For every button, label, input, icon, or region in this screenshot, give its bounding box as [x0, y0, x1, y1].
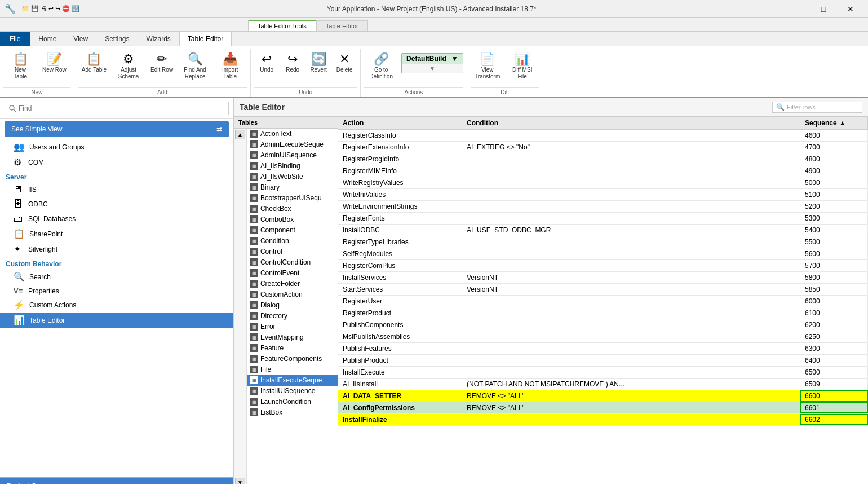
table-row[interactable]: PublishFeatures 6300: [338, 343, 868, 355]
table-list-item[interactable]: ▦CheckBox: [247, 204, 338, 214]
redo-button[interactable]: ↪ Redo: [280, 51, 305, 76]
table-list-item[interactable]: ▦FeatureComponents: [247, 354, 338, 364]
table-list-item[interactable]: ▦CreateFolder: [247, 279, 338, 289]
sidebar-item-users-groups[interactable]: 👥 Users and Groups: [0, 139, 233, 155]
table-list-item[interactable]: ▦AdminUISequence: [247, 150, 338, 161]
table-list-item[interactable]: ▦AI_IIsWebSite: [247, 171, 338, 182]
new-table-button[interactable]: 📋 New Table: [3, 51, 37, 82]
sidebar-item-properties[interactable]: V= Properties: [0, 284, 233, 297]
table-list-item[interactable]: ▦ActionText: [247, 129, 338, 139]
sidebar-item-table-editor[interactable]: 📊 Table Editor: [0, 313, 233, 328]
adjust-schema-button[interactable]: ⚙ Adjust Schema: [112, 51, 145, 82]
table-row-highlight-3[interactable]: InstallFinalize 6602: [338, 414, 868, 426]
ribbon-tab-home[interactable]: Home: [30, 32, 65, 46]
table-list-item[interactable]: ▦BootstrapperUISequ: [247, 193, 338, 204]
table-row-highlight-1[interactable]: AI_DATA_SETTER REMOVE <> "ALL" 6600: [338, 390, 868, 402]
scroll-down-button[interactable]: ▼: [235, 478, 245, 484]
table-list-item[interactable]: ▦Directory: [247, 311, 338, 322]
table-list-item[interactable]: ▦File: [247, 364, 338, 375]
table-list-item[interactable]: ▦ListBox: [247, 407, 338, 418]
table-row[interactable]: PublishProduct 6400: [338, 355, 868, 367]
table-row[interactable]: WriteRegistryValues 5000: [338, 177, 868, 189]
import-table-button[interactable]: 📥 Import Table: [213, 51, 247, 82]
simple-view-button[interactable]: See Simple View ⇄: [5, 121, 229, 137]
table-row[interactable]: RegisterExtensionInfo AI_EXTREG <> "No" …: [338, 142, 868, 153]
table-row[interactable]: InstallODBC AI_USE_STD_ODBC_MGR 5400: [338, 225, 868, 236]
table-row[interactable]: PublishComponents 6200: [338, 319, 868, 331]
sidebar-item-custom-actions[interactable]: ⚡ Custom Actions: [0, 297, 233, 313]
column-header-sequence[interactable]: Sequence ▲: [800, 117, 868, 129]
table-row[interactable]: InstallServices VersionNT 5800: [338, 272, 868, 284]
table-row[interactable]: StartServices VersionNT 5850: [338, 284, 868, 296]
find-replace-button[interactable]: 🔍 Find And Replace: [178, 51, 212, 82]
table-list-item[interactable]: ▦ControlCondition: [247, 257, 338, 268]
table-list-item-selected[interactable]: ▦InstallExecuteSeque: [247, 375, 338, 386]
edit-row-button[interactable]: ✏ Edit Row: [147, 51, 177, 76]
delete-button[interactable]: ✕ Delete: [332, 51, 357, 76]
scroll-up-button[interactable]: ▲: [235, 130, 245, 139]
table-list-item[interactable]: ▦AdminExecuteSeque: [247, 139, 338, 150]
project-summary-panel[interactable]: Project Summary: [0, 477, 233, 484]
revert-button[interactable]: 🔄 Revert: [306, 51, 331, 76]
table-row[interactable]: RegisterUser 6000: [338, 296, 868, 307]
new-row-button[interactable]: 📝 New Row: [38, 51, 70, 76]
close-button[interactable]: ✕: [838, 0, 863, 18]
table-row[interactable]: RegisterTypeLibraries 5500: [338, 236, 868, 248]
table-row[interactable]: RegisterMIMEInfo 4900: [338, 165, 868, 177]
table-list-item[interactable]: ▦EventMapping: [247, 332, 338, 343]
undo-button[interactable]: ↩ Undo: [254, 51, 279, 76]
table-list-item[interactable]: ▦CustomAction: [247, 289, 338, 300]
table-list-item[interactable]: ▦Condition: [247, 236, 338, 247]
sidebar-item-sharepoint[interactable]: 📋 SharePoint: [0, 226, 233, 241]
sidebar-item-silverlight[interactable]: ✦ Silverlight: [0, 241, 233, 257]
ribbon-tab-wizards[interactable]: Wizards: [138, 32, 179, 46]
column-header-action[interactable]: Action: [338, 117, 462, 129]
sidebar-item-search[interactable]: 🔍 Search: [0, 269, 233, 284]
table-row[interactable]: AI_IIsInstall (NOT PATCH AND NOT MSIPATC…: [338, 379, 868, 390]
table-row[interactable]: MsiPublishAssemblies 6250: [338, 331, 868, 343]
table-list-item[interactable]: ▦AI_IIsBinding: [247, 161, 338, 171]
table-list-item[interactable]: ▦ControlEvent: [247, 268, 338, 279]
table-row[interactable]: SelfRegModules 5600: [338, 248, 868, 260]
table-list-item[interactable]: ▦Component: [247, 225, 338, 236]
tab-table-editor[interactable]: Table Editor: [316, 20, 368, 31]
table-row[interactable]: InstallExecute 6500: [338, 367, 868, 379]
sidebar-item-com[interactable]: ⚙ COM: [0, 155, 233, 170]
add-table-button[interactable]: 📋 Add Table: [78, 51, 110, 76]
minimize-button[interactable]: —: [783, 0, 809, 18]
build-dropdown[interactable]: DefaultBuild ▼ ▼: [401, 53, 463, 73]
table-row[interactable]: WriteEnvironmentStrings 5200: [338, 201, 868, 213]
ribbon-tab-settings[interactable]: Settings: [96, 32, 138, 46]
diff-msi-file-button[interactable]: 📊 Diff MSI File: [506, 51, 539, 82]
view-transform-button[interactable]: 📄 View Transform: [471, 51, 504, 82]
go-to-definition-button[interactable]: 🔗 Go to Definition: [364, 51, 398, 82]
build-dropdown-arrow[interactable]: ▼: [449, 55, 458, 63]
table-row[interactable]: RegisterProduct 6100: [338, 307, 868, 319]
table-list-item[interactable]: ▦InstallUISequence: [247, 386, 338, 397]
filter-rows-container[interactable]: 🔍 Filter rows: [772, 102, 862, 113]
build-expand-icon[interactable]: ▼: [429, 65, 435, 72]
sidebar-item-iis[interactable]: 🖥 IIS: [0, 182, 233, 197]
ribbon-tab-table-editor[interactable]: Table Editor: [179, 32, 232, 46]
tab-table-editor-tools[interactable]: Table Editor Tools: [248, 20, 316, 31]
table-list-item[interactable]: ▦Binary: [247, 182, 338, 193]
table-list-item[interactable]: ▦Feature: [247, 343, 338, 354]
table-list-item[interactable]: ▦Dialog: [247, 300, 338, 311]
table-row-highlight-2[interactable]: AI_ConfigPermissions REMOVE <> "ALL" 660…: [338, 402, 868, 414]
table-row[interactable]: RegisterProgIdInfo 4800: [338, 153, 868, 165]
table-row[interactable]: RegisterComPlus 5700: [338, 260, 868, 272]
sidebar-item-odbc[interactable]: 🗄 ODBC: [0, 197, 233, 212]
sidebar-item-sql[interactable]: 🗃 SQL Databases: [0, 212, 233, 226]
table-row[interactable]: RegisterClassInfo 4600: [338, 130, 868, 142]
sidebar-search-input[interactable]: [5, 102, 229, 115]
table-row[interactable]: WriteIniValues 5100: [338, 189, 868, 201]
table-list-item[interactable]: ▦Control: [247, 247, 338, 257]
table-list-item[interactable]: ▦Error: [247, 322, 338, 332]
table-list-item[interactable]: ▦ComboBox: [247, 214, 338, 225]
table-list-item[interactable]: ▦LaunchCondition: [247, 397, 338, 407]
ribbon-tab-view[interactable]: View: [65, 32, 96, 46]
maximize-button[interactable]: □: [811, 0, 836, 18]
column-header-condition[interactable]: Condition: [462, 117, 800, 129]
ribbon-tab-file[interactable]: File: [0, 32, 30, 46]
table-row[interactable]: RegisterFonts 5300: [338, 213, 868, 225]
